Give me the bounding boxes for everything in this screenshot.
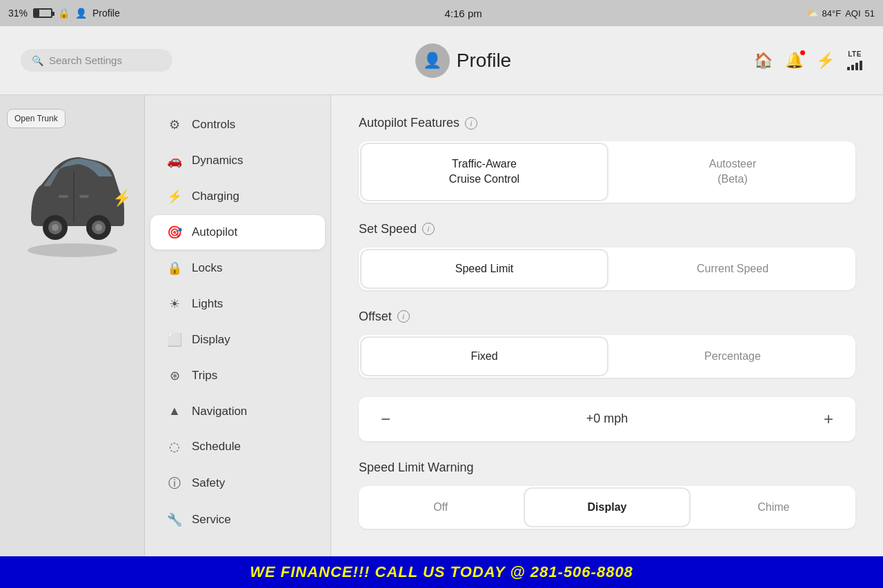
search-icon: 🔍 bbox=[32, 55, 43, 66]
sidebar-item-dynamics[interactable]: 🚗Dynamics bbox=[150, 143, 325, 178]
charging-nav-icon: ⚡ bbox=[167, 189, 182, 204]
person-icon: 👤 bbox=[75, 8, 87, 19]
sidebar-item-charging[interactable]: ⚡Charging bbox=[150, 179, 325, 214]
autopilot-nav-label: Autopilot bbox=[192, 225, 237, 239]
autopilot-nav-icon: 🎯 bbox=[167, 225, 182, 240]
avatar: 👤 bbox=[415, 43, 450, 78]
display-nav-label: Display bbox=[192, 333, 230, 347]
profile-status-label: Profile bbox=[92, 8, 120, 19]
trips-nav-label: Trips bbox=[192, 369, 217, 383]
content-area: Open Trunk bbox=[0, 95, 883, 588]
temperature: 84°F bbox=[822, 8, 842, 19]
speed-limit-option[interactable]: Speed Limit bbox=[361, 250, 607, 287]
offset-info-icon[interactable]: i bbox=[397, 310, 410, 323]
open-trunk-button[interactable]: Open Trunk bbox=[7, 109, 66, 128]
profile-name: Profile bbox=[457, 50, 511, 72]
warning-display-option[interactable]: Display bbox=[525, 489, 688, 526]
notification-dot bbox=[800, 50, 805, 55]
percentage-option[interactable]: Percentage bbox=[610, 335, 855, 378]
trips-nav-icon: ⊛ bbox=[167, 368, 182, 383]
top-bar-icons: 🏠 🔔 ⚡ LTE bbox=[754, 50, 862, 70]
schedule-nav-icon: ◌ bbox=[167, 439, 182, 454]
fixed-option[interactable]: Fixed bbox=[361, 338, 607, 375]
profile-section[interactable]: 👤 Profile bbox=[415, 43, 511, 78]
navigation-nav-label: Navigation bbox=[192, 405, 247, 418]
svg-point-3 bbox=[52, 224, 59, 231]
autosteer-option[interactable]: Autosteer (Beta) bbox=[610, 141, 855, 203]
speed-offset-value: +0 mph bbox=[586, 412, 628, 426]
search-box[interactable]: 🔍 Search Settings bbox=[21, 49, 172, 72]
svg-point-0 bbox=[28, 243, 117, 257]
bluetooth-icon[interactable]: ⚡ bbox=[816, 52, 835, 70]
lights-nav-icon: ☀ bbox=[167, 296, 182, 312]
dynamics-nav-icon: 🚗 bbox=[167, 153, 182, 168]
settings-panel: Autopilot Features i Traffic-Aware Cruis… bbox=[331, 95, 883, 588]
safety-nav-icon: ⓘ bbox=[167, 475, 182, 491]
offset-options: Fixed Percentage bbox=[359, 335, 855, 378]
aqi-label: AQI bbox=[845, 8, 860, 19]
status-bar: 31% 🔒 👤 Profile 4:16 pm ⛅ 84°F AQI 51 bbox=[0, 0, 883, 26]
autopilot-features-title: Autopilot Features i bbox=[359, 116, 855, 130]
sidebar-item-locks[interactable]: 🔒Locks bbox=[150, 251, 325, 285]
set-speed-title: Set Speed i bbox=[359, 222, 855, 236]
dynamics-nav-label: Dynamics bbox=[192, 154, 244, 168]
service-nav-icon: 🔧 bbox=[167, 512, 182, 527]
tacc-option[interactable]: Traffic-Aware Cruise Control bbox=[361, 144, 607, 200]
weather-icon: ⛅ bbox=[807, 8, 818, 19]
main-screen: 🔍 Search Settings 👤 Profile 🏠 🔔 ⚡ LTE bbox=[0, 26, 883, 588]
bell-icon[interactable]: 🔔 bbox=[785, 52, 804, 70]
decrease-speed-button[interactable]: − bbox=[375, 408, 396, 430]
speed-offset-control: − +0 mph + bbox=[359, 397, 855, 441]
safety-nav-label: Safety bbox=[192, 476, 225, 490]
sidebar: ⚙Controls🚗Dynamics⚡Charging🎯Autopilot🔒Lo… bbox=[145, 95, 331, 588]
increase-speed-button[interactable]: + bbox=[818, 408, 839, 430]
speed-limit-warning-title: Speed Limit Warning bbox=[359, 460, 855, 475]
display-nav-icon: ⬜ bbox=[167, 332, 182, 347]
charging-nav-label: Charging bbox=[192, 190, 239, 203]
lights-nav-label: Lights bbox=[192, 297, 223, 311]
sidebar-item-display[interactable]: ⬜Display bbox=[150, 323, 325, 357]
svg-rect-9 bbox=[79, 195, 89, 198]
sidebar-item-schedule[interactable]: ◌Schedule bbox=[150, 429, 325, 464]
sidebar-item-controls[interactable]: ⚙Controls bbox=[150, 108, 325, 142]
search-placeholder: Search Settings bbox=[49, 54, 122, 66]
current-speed-option[interactable]: Current Speed bbox=[610, 247, 855, 290]
locks-nav-label: Locks bbox=[192, 261, 222, 275]
sidebar-item-lights[interactable]: ☀Lights bbox=[150, 287, 325, 321]
lock-status-icon: 🔒 bbox=[58, 8, 70, 19]
top-bar: 🔍 Search Settings 👤 Profile 🏠 🔔 ⚡ LTE bbox=[0, 26, 883, 95]
navigation-nav-icon: ▲ bbox=[167, 404, 182, 418]
service-nav-label: Service bbox=[192, 513, 231, 527]
controls-nav-icon: ⚙ bbox=[167, 117, 182, 132]
locks-nav-icon: 🔒 bbox=[167, 261, 182, 276]
warning-chime-option[interactable]: Chime bbox=[692, 486, 855, 529]
speed-limit-warning-options: Off Display Chime bbox=[359, 486, 855, 529]
sidebar-item-navigation[interactable]: ▲Navigation bbox=[150, 394, 325, 428]
status-time: 4:16 pm bbox=[120, 8, 807, 19]
sidebar-item-service[interactable]: 🔧Service bbox=[150, 503, 325, 537]
sidebar-item-trips[interactable]: ⊛Trips bbox=[150, 358, 325, 393]
car-image: ⚡ bbox=[17, 136, 128, 261]
offset-title: Offset i bbox=[359, 310, 855, 324]
top-bar-center: 👤 Profile bbox=[172, 43, 754, 78]
charge-bolt-icon: ⚡ bbox=[112, 190, 131, 207]
autopilot-features-options: Traffic-Aware Cruise Control Autosteer (… bbox=[359, 141, 855, 203]
aqi-value: 51 bbox=[865, 8, 875, 19]
battery-percent: 31% bbox=[8, 8, 28, 19]
autopilot-features-info-icon[interactable]: i bbox=[465, 117, 477, 130]
warning-off-option[interactable]: Off bbox=[359, 486, 522, 529]
home-icon[interactable]: 🏠 bbox=[754, 52, 773, 70]
car-panel: Open Trunk bbox=[0, 95, 145, 588]
svg-point-6 bbox=[95, 224, 102, 231]
sidebar-item-safety[interactable]: ⓘSafety bbox=[150, 465, 325, 501]
lte-badge: LTE bbox=[848, 50, 862, 58]
signal-bars bbox=[847, 59, 862, 70]
sidebar-item-autopilot[interactable]: 🎯Autopilot bbox=[150, 215, 325, 250]
schedule-nav-label: Schedule bbox=[192, 440, 241, 454]
set-speed-options: Speed Limit Current Speed bbox=[359, 247, 855, 290]
controls-nav-label: Controls bbox=[192, 118, 235, 132]
battery-icon bbox=[33, 8, 52, 18]
ad-banner: WE FINANCE!!! CALL US TODAY @ 281-506-88… bbox=[0, 556, 883, 588]
set-speed-info-icon[interactable]: i bbox=[422, 223, 435, 235]
svg-rect-8 bbox=[59, 195, 68, 198]
